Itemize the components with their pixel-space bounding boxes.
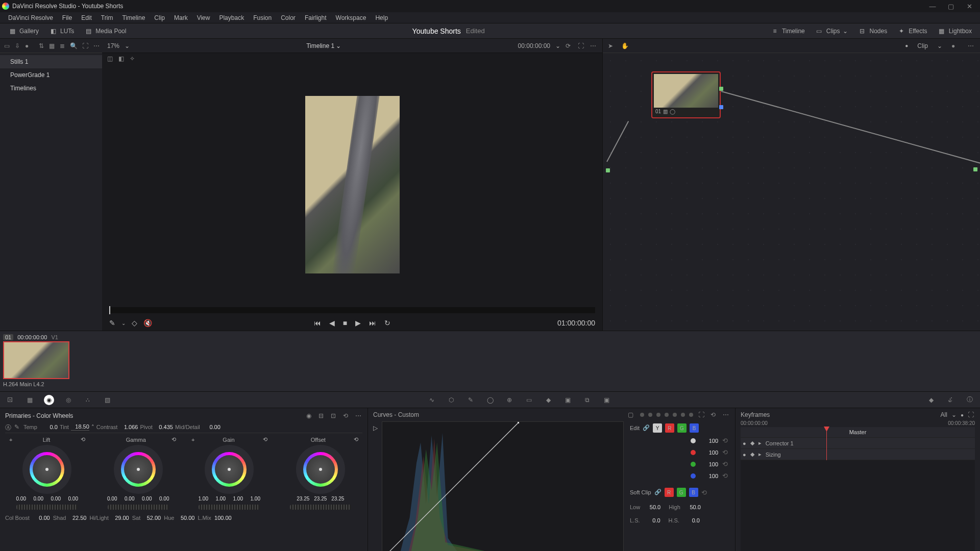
window-icon[interactable]: ◯ bbox=[485, 395, 495, 405]
lift-wheel[interactable] bbox=[22, 445, 71, 494]
sat-value[interactable]: 52.00 bbox=[142, 515, 161, 521]
menu-clip[interactable]: Clip bbox=[150, 13, 169, 22]
offset-v2[interactable]: 23.25 bbox=[330, 496, 346, 502]
curve-mode-dot[interactable] bbox=[656, 413, 660, 417]
stills-album-stills1[interactable]: Stills 1 bbox=[0, 55, 102, 68]
next-clip-button[interactable]: ⏭ bbox=[369, 319, 376, 327]
search-icon[interactable]: 🔍 bbox=[70, 42, 77, 49]
kf-dot-icon[interactable]: ● bbox=[961, 412, 964, 418]
color-warper-icon[interactable]: ⬡ bbox=[446, 395, 456, 405]
gallery-panel-icon[interactable]: ▭ bbox=[4, 42, 10, 49]
more-icon[interactable]: ⋯ bbox=[93, 42, 100, 49]
intensity-y-value[interactable]: 100 bbox=[700, 438, 718, 444]
luts-toggle[interactable]: ◧LUTs bbox=[45, 25, 78, 37]
stills-album-powergrade[interactable]: PowerGrade 1 bbox=[0, 68, 102, 82]
bypass-icon[interactable]: ⟳ bbox=[566, 42, 573, 49]
gamma-v0[interactable]: 0.00 bbox=[105, 496, 120, 502]
auto-balance-icon[interactable]: Ⓐ bbox=[5, 423, 12, 431]
log-mode-icon[interactable]: ⊡ bbox=[331, 412, 338, 419]
node-mode-label[interactable]: Clip bbox=[917, 42, 928, 49]
stills-album-timelines[interactable]: Timelines bbox=[0, 82, 102, 95]
curves-reset-icon[interactable]: ⟲ bbox=[710, 411, 718, 418]
node-slider-dot[interactable]: ● bbox=[905, 43, 908, 48]
stop-button[interactable]: ■ bbox=[343, 319, 347, 327]
tint-up-icon[interactable]: ˄ bbox=[91, 424, 94, 431]
kf-chevron-right-icon[interactable]: ▸ bbox=[758, 451, 762, 458]
mute-icon[interactable]: 🔇 bbox=[143, 319, 152, 327]
media-pool-toggle[interactable]: ▤Media Pool bbox=[80, 25, 130, 37]
kf-playhead[interactable] bbox=[826, 427, 827, 460]
info-icon[interactable]: ⓘ bbox=[965, 395, 975, 405]
curve-mode-dot[interactable] bbox=[689, 413, 693, 417]
kf-diamond-icon[interactable]: ◆ bbox=[750, 440, 754, 446]
offset-v1[interactable]: 23.25 bbox=[313, 496, 328, 502]
menu-edit[interactable]: Edit bbox=[77, 13, 96, 22]
menu-file[interactable]: File bbox=[58, 13, 76, 22]
list-view-icon[interactable]: ≣ bbox=[60, 42, 65, 49]
color-checker-icon[interactable]: ▦ bbox=[24, 395, 35, 405]
offset-jog[interactable] bbox=[290, 505, 351, 510]
lift-v1[interactable]: 0.00 bbox=[31, 496, 46, 502]
pivot-value[interactable]: 0.435 bbox=[155, 424, 173, 430]
node-input-dot[interactable] bbox=[606, 168, 610, 172]
hdr-wheels-icon[interactable]: ◎ bbox=[63, 395, 74, 405]
node-graph[interactable]: 01▥◯ bbox=[603, 53, 980, 331]
sc-high-value[interactable]: 50.0 bbox=[682, 504, 701, 510]
gamma-v1[interactable]: 0.00 bbox=[122, 496, 137, 502]
kf-lock-icon[interactable]: ● bbox=[743, 452, 746, 458]
lift-v2[interactable]: 0.00 bbox=[48, 496, 63, 502]
zoom-level[interactable]: 17% bbox=[107, 42, 119, 49]
pick-white-icon[interactable]: ✎ bbox=[14, 423, 21, 431]
sc-g-button[interactable]: G bbox=[677, 488, 686, 497]
highlight-icon[interactable]: ✧ bbox=[130, 55, 137, 62]
lift-v3[interactable]: 0.00 bbox=[65, 496, 81, 502]
gamma-v2[interactable]: 0.00 bbox=[139, 496, 155, 502]
contrast-value[interactable]: 1.066 bbox=[119, 424, 138, 430]
fullscreen-icon[interactable]: ⛶ bbox=[578, 42, 585, 49]
kf-master-label[interactable]: Master bbox=[849, 429, 867, 435]
kf-chevron-icon[interactable]: ⌄ bbox=[951, 411, 957, 418]
hilight-value[interactable]: 29.00 bbox=[111, 515, 129, 521]
node-zoom-dot-icon[interactable]: ● bbox=[951, 42, 959, 49]
menu-help[interactable]: Help bbox=[371, 13, 392, 22]
lift-jog[interactable] bbox=[16, 505, 78, 510]
channel-y-button[interactable]: Y bbox=[653, 423, 662, 433]
timeline-chevron-icon[interactable]: ⌄ bbox=[336, 42, 341, 49]
gain-jog[interactable] bbox=[199, 505, 260, 510]
blur-icon[interactable]: ◆ bbox=[543, 395, 553, 405]
gain-v2[interactable]: 1.00 bbox=[230, 496, 246, 502]
kf-chevron-right-icon[interactable]: ▸ bbox=[758, 440, 762, 446]
play-button[interactable]: ▶ bbox=[355, 319, 361, 327]
sizing-icon[interactable]: ⧉ bbox=[582, 395, 592, 405]
lift-v0[interactable]: 0.00 bbox=[13, 496, 29, 502]
menu-workspace[interactable]: Workspace bbox=[332, 13, 371, 22]
bars-mode-icon[interactable]: ⊟ bbox=[318, 412, 326, 419]
custom-curve-icon[interactable]: ▢ bbox=[628, 411, 635, 418]
lift-plus-icon[interactable]: + bbox=[9, 437, 12, 443]
node-mode-chevron-icon[interactable]: ⌄ bbox=[937, 42, 942, 49]
link-icon[interactable]: 🔗 bbox=[643, 424, 650, 432]
kf-lock-icon[interactable]: ● bbox=[743, 440, 746, 446]
key-icon[interactable]: ▣ bbox=[562, 395, 573, 405]
lightbox-toggle[interactable]: ▦Lightbox bbox=[934, 25, 976, 37]
menu-fairlight[interactable]: Fairlight bbox=[301, 13, 331, 22]
minimize-button[interactable]: — bbox=[924, 1, 941, 11]
timeline-toggle[interactable]: ≡Timeline bbox=[767, 25, 809, 37]
middetail-value[interactable]: 0.00 bbox=[202, 424, 220, 430]
picker-icon[interactable]: ✎ bbox=[109, 319, 115, 327]
prim-more-icon[interactable]: ⋯ bbox=[355, 412, 362, 419]
kf-diamond-icon[interactable]: ◆ bbox=[750, 451, 754, 458]
qualifier-icon[interactable]: ✎ bbox=[465, 395, 476, 405]
gallery-toggle[interactable]: ▦Gallery bbox=[4, 25, 43, 37]
keyframe-track-area[interactable] bbox=[741, 460, 975, 551]
curve-mode-dot[interactable] bbox=[648, 413, 652, 417]
curve-mode-dot[interactable] bbox=[681, 413, 685, 417]
intensity-b-value[interactable]: 100 bbox=[700, 473, 718, 479]
menu-mark[interactable]: Mark bbox=[170, 13, 192, 22]
sort-icon[interactable]: ⇅ bbox=[39, 42, 44, 49]
wheel-mode-icon[interactable]: ◉ bbox=[306, 412, 313, 419]
gain-v0[interactable]: 1.00 bbox=[195, 496, 211, 502]
channel-g-button[interactable]: G bbox=[677, 423, 687, 433]
prev-clip-button[interactable]: ⏮ bbox=[314, 319, 321, 327]
intensity-y-reset-icon[interactable]: ⟲ bbox=[722, 437, 728, 444]
